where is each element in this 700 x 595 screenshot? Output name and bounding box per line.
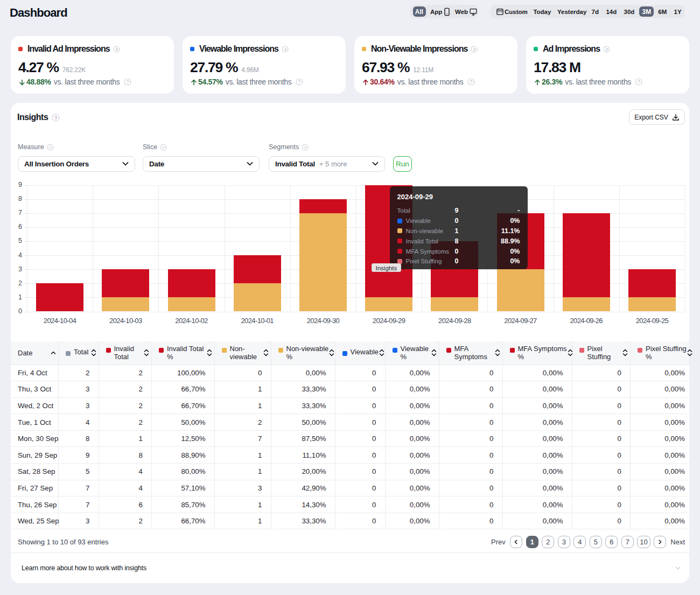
svg-text:?: ? (115, 47, 118, 52)
svg-text:?: ? (470, 79, 472, 85)
svg-text:?: ? (473, 47, 476, 52)
svg-text:?: ? (298, 79, 300, 85)
svg-text:?: ? (284, 47, 287, 52)
svg-text:?: ? (638, 79, 640, 85)
svg-text:?: ? (126, 79, 129, 85)
svg-text:?: ? (606, 47, 608, 52)
